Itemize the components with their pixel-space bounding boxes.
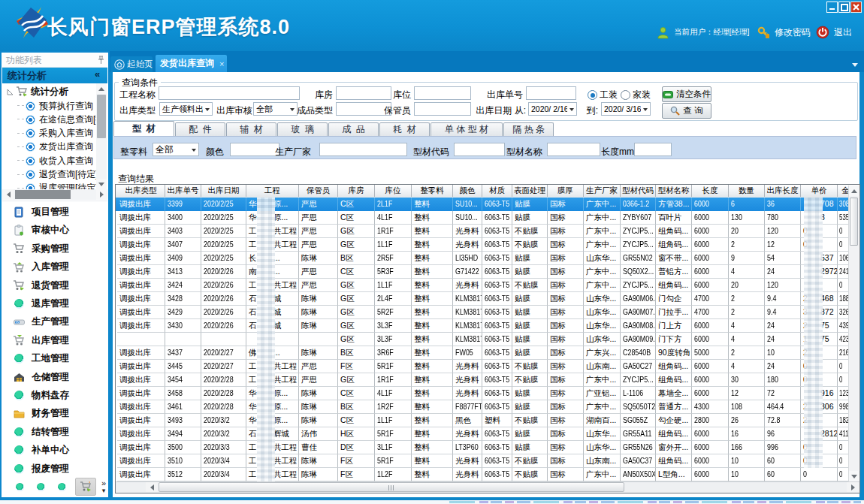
column-header[interactable]: 生产厂家 <box>584 185 621 197</box>
sidebar-item-5[interactable]: 退货管理 <box>2 278 107 293</box>
sidebar-item-2[interactable]: 审核中心 <box>2 223 107 238</box>
order-no-input[interactable] <box>526 86 576 100</box>
table-row[interactable]: 调拨出库34032020/2/25工共工程严思G区1R1F整料光身料6063-T… <box>116 225 850 238</box>
clear-conditions-button[interactable]: 清空条件 <box>662 86 711 102</box>
minimize-button[interactable] <box>826 2 838 13</box>
column-header[interactable]: 出库类型 <box>117 185 165 197</box>
column-header[interactable]: 型材代码 <box>621 185 656 197</box>
tree-hscrollbar-thumb[interactable] <box>15 190 71 199</box>
column-header[interactable]: 库位 <box>375 185 412 197</box>
table-row[interactable]: 调拨出库35122020/3/4工共工程陈琳F区1L2F整料光身料6063-T5… <box>116 468 850 481</box>
scroll-left-icon[interactable] <box>3 189 14 200</box>
table-row[interactable]: 调拨出库34942020/3/2石辉城汤伟H区5R1F整料光身料6063-T5贴… <box>116 427 850 441</box>
tree-item[interactable]: 收货入库查询 <box>17 154 93 167</box>
tab-home[interactable]: 起始页 <box>110 56 153 72</box>
tree-horizontal-scrollbar[interactable] <box>2 189 107 200</box>
project-name-input[interactable] <box>159 86 300 100</box>
scroll-right-icon[interactable] <box>847 482 859 492</box>
search-button[interactable]: 查 询 <box>662 103 711 119</box>
tab-shipping-outbound-query[interactable]: 发货出库查询 × <box>156 55 227 72</box>
scroll-down-icon[interactable] <box>96 179 107 189</box>
table-row[interactable]: 调拨出库34242020/2/26工共工程严思G区1L1F整料光身料6063-T… <box>116 279 850 292</box>
material-tab-2[interactable]: 配 件 <box>175 122 225 136</box>
sidebar-item-9[interactable]: 工地管理 <box>2 352 107 367</box>
sidebar-item-4[interactable]: 入库管理 <box>2 260 107 275</box>
column-header[interactable]: 数量 <box>729 185 765 197</box>
date-from-select[interactable]: 2020/ 2/16 <box>528 102 577 116</box>
material-tab-4[interactable]: 玻 璃 <box>277 122 328 136</box>
column-header[interactable]: 表面处理 <box>512 185 548 197</box>
sidebar-group-header[interactable]: 统计分析 <box>2 68 107 83</box>
table-row[interactable]: 调拨出库34582020/2/28华原...陈琳C区4L1F整料光身料6063-… <box>116 387 850 400</box>
tree-item[interactable]: 采购入库查询 <box>17 127 93 140</box>
profile-code-input[interactable] <box>454 143 505 156</box>
tree-item[interactable]: 退货查询[待定] <box>17 168 96 182</box>
length-input[interactable] <box>634 143 672 156</box>
scroll-right-icon[interactable] <box>96 189 107 200</box>
pager-dot[interactable] <box>37 483 45 491</box>
material-tab-1[interactable]: 型 材 <box>113 121 174 136</box>
column-header[interactable]: 出库长度 <box>765 185 801 197</box>
column-header[interactable]: 整零料 <box>412 185 453 197</box>
material-tab-7[interactable]: 单 体 型 材 <box>430 122 503 136</box>
location-input[interactable] <box>414 86 471 100</box>
manufacturer-input[interactable] <box>319 143 407 156</box>
scroll-up-icon[interactable] <box>96 83 107 94</box>
sidebar-item-7[interactable]: 生产管理 <box>2 315 107 330</box>
table-row[interactable]: 调拨出库35002020/3/3工共工程曹佳D区3L1F整料LT3P606063… <box>116 441 850 454</box>
grid-hscrollbar-thumb[interactable] <box>159 482 624 492</box>
column-header[interactable]: 材质 <box>482 185 512 197</box>
table-row[interactable]: 调拨出库34542020/2/28工共工程严思G区1R1F整料光身料6063-T… <box>116 373 850 387</box>
column-header[interactable]: 单价 <box>801 185 838 197</box>
sidebar-item-13[interactable]: 结转管理 <box>2 424 107 439</box>
radio-gongzhuang[interactable]: 工装 <box>588 89 618 101</box>
tree-scrollbar-thumb[interactable] <box>97 95 106 138</box>
collapse-icon[interactable]: « <box>95 68 100 80</box>
pager-dot[interactable] <box>16 483 24 491</box>
table-row[interactable]: 调拨出库34452020/2/27工共工程严思F区5R1F整料光身料6063-T… <box>116 360 850 373</box>
tree-item[interactable]: 发货出库查询 <box>17 140 93 154</box>
date-to-select[interactable]: 2020/ 3/16 <box>601 102 651 116</box>
keeper-input[interactable] <box>414 102 471 116</box>
table-row[interactable]: 调拨出库34372020/2/27佛...陈琳B区3R6F整料FW056063-… <box>116 346 850 360</box>
close-button[interactable] <box>850 2 862 13</box>
sidebar-item-14[interactable]: 补单中心 <box>2 443 107 458</box>
pager-dot[interactable] <box>58 483 66 491</box>
maximize-button[interactable] <box>838 2 850 13</box>
whole-part-select[interactable]: 全部 <box>153 143 199 156</box>
tree-root-statistics[interactable]: 统计分析 <box>2 85 68 98</box>
grid-vscrollbar-thumb[interactable] <box>850 198 858 246</box>
tab-close-icon[interactable]: × <box>219 59 224 68</box>
sidebar-item-11[interactable]: 物料盘存 <box>2 388 107 403</box>
grid-horizontal-scrollbar[interactable] <box>116 481 859 493</box>
tree-item[interactable]: 在途信息查询[待 <box>17 113 96 126</box>
column-header[interactable]: 长度 <box>692 185 729 197</box>
scroll-up-icon[interactable] <box>849 186 859 196</box>
table-row[interactable]: 调拨出库34612020/2/28华原...陈琳B区1R2F整料F8877FT6… <box>116 400 850 414</box>
column-header[interactable]: 型材名称 <box>656 185 692 197</box>
tree-item[interactable]: 退库管理[待定] <box>17 182 96 189</box>
table-row[interactable]: 调拨出库34092020/2/25长...陈琳B区2R5F整料LI35HD606… <box>116 252 850 265</box>
table-row[interactable]: 调拨出库34302020/2/26石城陈琳G区3L3F整料KLM38176063… <box>116 319 850 333</box>
cart-shortcut-button[interactable] <box>75 478 96 496</box>
column-header[interactable]: 膜厚 <box>548 185 584 197</box>
audit-select[interactable]: 全部 <box>253 102 298 116</box>
table-row[interactable]: 调拨出库33992020/2/25华原...严思C区2L1F整料SU10...6… <box>116 198 850 211</box>
sidebar-item-3[interactable]: 采购管理 <box>2 241 107 256</box>
column-header[interactable]: 保管员 <box>299 185 338 197</box>
radio-jiazhuang[interactable]: 家装 <box>621 89 651 101</box>
table-row[interactable]: 调拨出库34292020/2/26石城陈琳G区5R2F整料KLM38176063… <box>116 306 850 319</box>
tab-list-dropdown-icon[interactable] <box>852 63 858 70</box>
change-password-button[interactable]: 修改密码 <box>757 25 811 40</box>
sidebar-item-15[interactable]: 报废管理 <box>2 461 107 476</box>
sidebar-item-12[interactable]: 财务管理 <box>2 406 107 421</box>
table-row[interactable]: 调拨出库34072020/2/25工共工程严思G区1L1F整料光身料6063-T… <box>116 238 850 252</box>
table-row[interactable]: 调拨出库35102020/3/4工共工程陈琳F区5R1F整料光身料6063-T5… <box>116 454 850 468</box>
table-row[interactable]: 调拨出库34932020/3/2华原...陈琳C区1L1F整料黑色塑料不贴膜国标… <box>116 414 850 427</box>
sidebar-item-6[interactable]: 退库管理 <box>2 297 107 312</box>
table-row[interactable]: G区3L3F整料KLM38176063-T5贴膜国标山东华...GA90M09.… <box>116 333 850 346</box>
column-header[interactable]: 出库日期 <box>201 185 246 197</box>
profile-name-input[interactable] <box>547 143 600 156</box>
material-tab-6[interactable]: 耗 材 <box>379 122 430 136</box>
material-tab-3[interactable]: 辅 材 <box>226 122 276 136</box>
